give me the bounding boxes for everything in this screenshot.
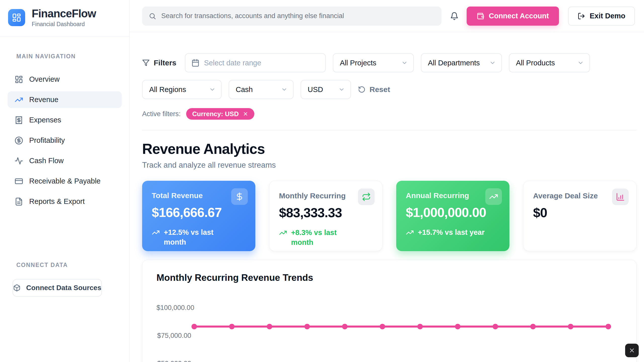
active-filters-label: Active filters: — [142, 110, 181, 118]
file-text-icon — [15, 197, 23, 206]
section-divider — [142, 130, 636, 130]
sidebar-item-label: Expenses — [29, 116, 61, 124]
mrr-line-series — [156, 295, 622, 362]
trending-up-icon — [279, 229, 287, 237]
circle-dollar-icon — [15, 136, 23, 145]
chevron-down-icon — [281, 86, 288, 93]
sidebar-item-reports-export[interactable]: Reports & Export — [8, 193, 122, 210]
trending-up-icon — [485, 188, 502, 205]
receipt-icon — [15, 116, 23, 124]
chevron-down-icon — [338, 86, 345, 93]
brand: FinanceFlow Financial Dashboard — [0, 0, 129, 36]
connect-data-sources-label: Connect Data Sources — [26, 284, 101, 292]
rotate-ccw-icon — [358, 86, 366, 93]
metric-change: +8.3% vs last month — [279, 228, 373, 247]
app-name: FinanceFlow — [32, 8, 96, 20]
metric-cards: Total Revenue $166,666.67 +12.5% vs last… — [142, 181, 636, 251]
activity-icon — [15, 157, 23, 165]
search-icon — [149, 12, 156, 20]
trending-up-icon — [406, 229, 414, 237]
sidebar-item-expenses[interactable]: Expenses — [8, 112, 122, 128]
mrr-chart-plot: $100,000.00$75,000.00$50,000.00 — [156, 295, 622, 362]
mrr-trends-chart-card: Monthly Recurring Revenue Trends $100,00… — [142, 260, 636, 362]
filters-row-2: All Regions Cash USD Reset — [142, 80, 636, 99]
connect-data-sources-button[interactable]: Connect Data Sources — [13, 279, 102, 297]
logout-icon — [578, 12, 585, 20]
exit-demo-label: Exit Demo — [590, 12, 625, 20]
date-range-field[interactable] — [204, 59, 319, 67]
connect-data-section-title: CONNECT DATA — [16, 262, 129, 268]
filter-icon — [142, 59, 150, 67]
connect-account-label: Connect Account — [489, 12, 549, 20]
sidebar-item-label: Overview — [29, 75, 60, 83]
active-filter-chip-currency[interactable]: Currency: USD — [186, 108, 254, 120]
chevron-down-icon — [577, 60, 584, 66]
regions-select[interactable]: All Regions — [142, 80, 222, 99]
exit-demo-button[interactable]: Exit Demo — [568, 7, 635, 26]
metric-change: +12.5% vs last month — [152, 228, 246, 247]
sidebar-item-label: Cash Flow — [29, 157, 64, 165]
projects-select[interactable]: All Projects — [333, 53, 414, 72]
reset-label: Reset — [370, 85, 390, 94]
credit-card-icon — [15, 177, 23, 186]
metric-card-annual-recurring: Annual Recurring $1,000,000.00 +15.7% vs… — [396, 181, 509, 251]
close-icon — [629, 347, 635, 354]
repeat-icon — [358, 189, 375, 205]
nav-section-title: MAIN NAVIGATION — [16, 53, 129, 60]
chevron-down-icon — [209, 86, 216, 93]
filters-label: Filters — [142, 59, 176, 67]
bell-icon — [450, 12, 459, 20]
dollar-icon — [231, 188, 248, 205]
sidebar-item-overview[interactable]: Overview — [8, 71, 122, 88]
bar-chart-icon — [612, 189, 629, 205]
products-select-value: All Products — [516, 59, 555, 67]
metric-card-monthly-recurring: Monthly Recurring $83,333.33 +8.3% vs la… — [269, 181, 382, 251]
date-range-input[interactable] — [185, 53, 326, 72]
metric-value: $0 — [533, 205, 627, 220]
main-content: Filters All Projects All Departments All… — [130, 32, 644, 362]
connect-account-button[interactable]: Connect Account — [467, 7, 559, 26]
payment-type-select-value: Cash — [236, 85, 253, 94]
app-logo-icon — [8, 9, 25, 26]
sidebar-item-label: Profitability — [29, 136, 65, 145]
metric-value: $166,666.67 — [152, 205, 246, 220]
currency-select[interactable]: USD — [301, 80, 351, 99]
chevron-down-icon — [489, 60, 496, 66]
departments-select-value: All Departments — [428, 59, 480, 67]
cube-icon — [13, 284, 21, 292]
active-filters-row: Active filters: Currency: USD — [142, 108, 636, 120]
active-filter-chip-label: Currency: USD — [192, 110, 239, 118]
notifications-button[interactable] — [450, 12, 459, 20]
close-demo-button[interactable] — [625, 344, 639, 357]
metric-change: +15.7% vs last year — [406, 228, 500, 237]
sidebar-item-cash-flow[interactable]: Cash Flow — [8, 152, 122, 169]
grid-icon — [15, 75, 23, 84]
chart-title: Monthly Recurring Revenue Trends — [156, 273, 622, 283]
chevron-down-icon — [401, 60, 408, 66]
reset-filters-button[interactable]: Reset — [358, 85, 390, 94]
payment-type-select[interactable]: Cash — [229, 80, 294, 99]
metric-card-total-revenue: Total Revenue $166,666.67 +12.5% vs last… — [142, 181, 255, 251]
currency-select-value: USD — [308, 85, 323, 94]
sidebar-item-label: Receivable & Payable — [29, 177, 101, 185]
search-bar[interactable] — [142, 7, 441, 26]
calendar-icon — [191, 59, 199, 67]
sidebar-item-label: Reports & Export — [29, 197, 85, 206]
main-navigation: Overview Revenue Expenses Profitability … — [8, 71, 122, 210]
products-select[interactable]: All Products — [509, 53, 590, 72]
projects-select-value: All Projects — [340, 59, 376, 67]
search-input[interactable] — [161, 12, 435, 20]
sidebar-item-receivable-payable[interactable]: Receivable & Payable — [8, 173, 122, 190]
page-subtitle: Track and analyze all revenue streams — [142, 161, 636, 170]
trending-up-icon — [15, 96, 23, 104]
sidebar-item-revenue[interactable]: Revenue — [8, 91, 122, 108]
close-icon[interactable] — [243, 111, 248, 117]
metric-value: $83,333.33 — [279, 205, 373, 220]
filters-row-1: Filters All Projects All Departments All… — [142, 53, 636, 72]
app-subtitle: Financial Dashboard — [32, 21, 96, 28]
sidebar-item-profitability[interactable]: Profitability — [8, 132, 122, 149]
metric-value: $1,000,000.00 — [406, 205, 500, 220]
metric-card-average-deal-size: Average Deal Size $0 — [523, 181, 636, 251]
top-header: Connect Account Exit Demo — [130, 0, 644, 32]
departments-select[interactable]: All Departments — [421, 53, 502, 72]
